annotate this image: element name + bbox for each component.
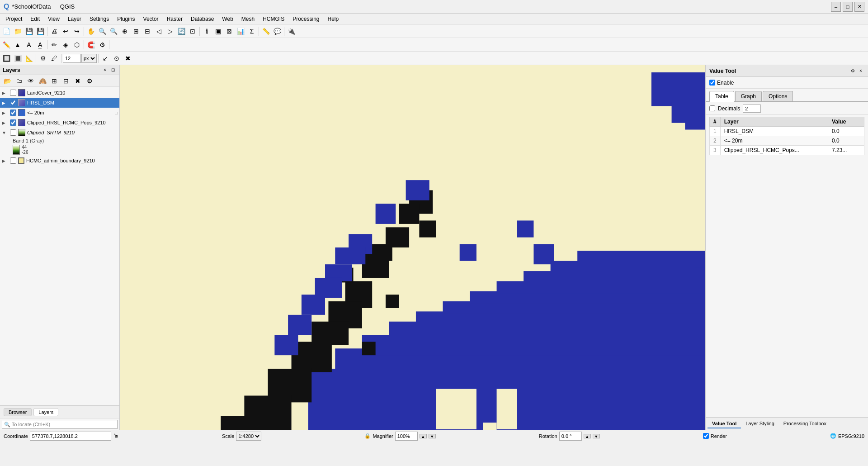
layer-item-landcover[interactable]: ▶ LandCover_9210 [0,88,119,98]
rotation-input[interactable] [559,432,582,441]
layer-check-clipped-hrsl[interactable] [10,119,16,126]
identify-button[interactable]: ℹ [201,26,212,37]
open-table-button[interactable]: 📊 [235,26,246,37]
current-edits-button[interactable]: ✏️ [1,39,12,50]
menu-vector[interactable]: Vector [140,15,162,23]
pan-tool[interactable]: ✋ [85,26,96,37]
menu-mesh[interactable]: Mesh [238,15,258,23]
remove-layer-button[interactable]: ✖ [72,76,83,86]
zoom-last-button[interactable]: ◁ [153,26,164,37]
menu-settings[interactable]: Settings [86,15,113,23]
save-project-button[interactable]: 💾 [24,26,34,37]
tab-layers[interactable]: Layers [33,408,58,416]
layer-item-hcmc[interactable]: ▶ HCMC_admin_boundary_9210 [0,156,119,166]
layer-tool1[interactable]: 🔲 [1,53,12,64]
layer-check-hrsl[interactable] [10,100,16,106]
zoom-native-button[interactable]: ⊡ [187,26,198,37]
label-button[interactable]: A [24,39,34,50]
menu-help[interactable]: Help [324,15,343,23]
layer-tool3[interactable]: 📐 [24,53,34,64]
zoom-in-button[interactable]: 🔍 [97,26,108,37]
zoom-next-button[interactable]: ▷ [165,26,175,37]
magnifier-down-button[interactable]: ▼ [429,434,436,438]
measure-button[interactable]: 📏 [260,26,271,37]
enable-editing-button[interactable]: ✏ [49,39,60,50]
layer-item-hrsl-dsm[interactable]: ▶ HRSL_DSM [0,98,119,108]
tab-options[interactable]: Options [763,91,793,101]
rbt-value-tool[interactable]: Value Tool [708,419,741,428]
font-size-input[interactable] [63,54,81,63]
edit-tool3[interactable]: ✖ [123,53,133,64]
save-as-button[interactable]: 💾 [35,26,46,37]
menu-raster[interactable]: Raster [163,15,186,23]
layer-check-le20m[interactable] [10,109,16,116]
layer-tool2[interactable]: 🔳 [12,53,23,64]
digitize-button[interactable]: ◈ [60,39,71,50]
edit-tool1[interactable]: ↙ [100,53,111,64]
menu-project[interactable]: Project [2,15,26,23]
show-all-layers-button[interactable]: 👁 [25,76,36,86]
tab-table[interactable]: Table [709,91,734,102]
layers-close-button[interactable]: × [101,67,108,74]
coordinate-input[interactable] [30,432,111,441]
plugins-button[interactable]: 🔌 [286,26,297,37]
menu-plugins[interactable]: Plugins [113,15,138,23]
maximize-button[interactable]: □ [843,2,853,12]
hide-all-layers-button[interactable]: 🙈 [37,76,48,86]
zoom-layer-button[interactable]: ⊞ [131,26,142,37]
value-tool-close-button[interactable]: × [857,67,864,75]
collapse-all-button[interactable]: ⊟ [61,76,71,86]
zoom-extent-button[interactable]: ⊕ [119,26,130,37]
enable-checkbox[interactable] [709,80,715,86]
menu-layer[interactable]: Layer [64,15,85,23]
zoom-selection-button[interactable]: ⊟ [142,26,153,37]
decimals-input[interactable] [743,105,761,113]
undo-button[interactable]: ↩ [60,26,71,37]
menu-view[interactable]: View [44,15,63,23]
layer-check-hcmc[interactable] [10,157,16,164]
render-checkbox[interactable] [703,433,709,439]
layer-check-landcover[interactable] [10,90,16,96]
tab-browser[interactable]: Browser [4,408,32,416]
label2-button[interactable]: A̲ [35,39,46,50]
add-vector-layer-button[interactable]: ▲ [12,39,23,50]
rbt-layer-styling[interactable]: Layer Styling [741,419,779,428]
select-button[interactable]: ▣ [212,26,223,37]
menu-edit[interactable]: Edit [27,15,43,23]
redo-button[interactable]: ↪ [71,26,82,37]
magnifier-input[interactable] [395,432,418,441]
decimals-checkbox[interactable] [709,105,715,111]
tab-graph[interactable]: Graph [735,91,762,101]
layers-detach-button[interactable]: ⊡ [109,67,117,74]
style-tool2[interactable]: 🖊 [49,53,60,64]
window-controls[interactable]: – □ ✕ [831,2,864,12]
layer-check-clipped-srtm[interactable] [10,129,16,136]
edit-tool2[interactable]: ⊙ [111,53,122,64]
expand-all-button[interactable]: ⊞ [49,76,60,86]
menu-web[interactable]: Web [218,15,236,23]
open-project-button[interactable]: 📁 [12,26,23,37]
rotation-up-button[interactable]: ▲ [584,434,591,438]
new-project-button[interactable]: 📄 [1,26,12,37]
deselect-button[interactable]: ⊠ [224,26,235,37]
refresh-button[interactable]: 🔄 [176,26,187,37]
unit-select[interactable]: px [81,54,97,63]
value-tool-settings-button[interactable]: ⚙ [849,67,856,75]
statistics-button[interactable]: Σ [246,26,257,37]
rotation-down-button[interactable]: ▼ [593,434,600,438]
rbt-processing[interactable]: Processing Toolbox [779,419,831,428]
open-layer-button[interactable]: 📂 [2,76,13,86]
menu-processing[interactable]: Processing [289,15,323,23]
epsg-label[interactable]: EPSG:9210 [838,433,864,439]
locate-input[interactable] [2,420,118,429]
annotation-button[interactable]: 💬 [272,26,283,37]
menu-database[interactable]: Database [187,15,217,23]
map-canvas[interactable] [120,65,705,430]
minimize-button[interactable]: – [831,2,841,12]
add-group-button[interactable]: 🗂 [14,76,24,86]
print-button[interactable]: 🖨 [49,26,60,37]
scale-select[interactable]: 1:4280 [236,432,261,441]
layer-item-clipped-hrsl[interactable]: ▶ Clipped_HRSL_HCMC_Pops_9210 [0,118,119,128]
snapping-options-button[interactable]: ⚙ [97,39,108,50]
vertex-editor-button[interactable]: ⬡ [71,39,82,50]
